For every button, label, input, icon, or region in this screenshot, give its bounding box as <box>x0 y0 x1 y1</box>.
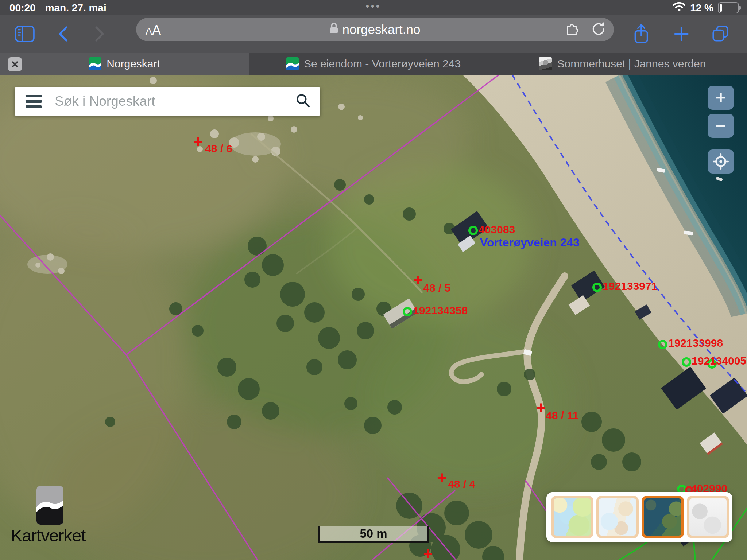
tab-se-eiendom[interactable]: Se eiendom - Vorterøyveien 243 <box>249 53 498 75</box>
tab-title: Norgeskart <box>107 58 160 70</box>
zoom-in-button[interactable]: + <box>708 86 734 110</box>
layer-thumb-aerial-photo[interactable] <box>642 496 684 538</box>
zoom-out-button[interactable]: − <box>708 114 734 138</box>
search-input[interactable] <box>54 93 295 109</box>
battery-icon <box>718 2 739 13</box>
building-id-label: 192133998 <box>668 337 723 349</box>
kartverket-wordmark: Kartverket <box>11 525 85 545</box>
tab-title: Se eiendom - Vorterøyveien 243 <box>304 58 461 70</box>
parcel-label: 48 / 4 <box>448 478 475 490</box>
forward-button[interactable] <box>90 15 109 53</box>
tab-title: Sommerhuset | Jannes verden <box>557 58 706 70</box>
extensions-icon[interactable] <box>563 20 580 39</box>
url-text: norgeskart.no <box>342 22 420 37</box>
address-bar[interactable]: AA norgeskart.no <box>136 18 614 41</box>
layer-switcher-panel <box>546 492 732 542</box>
reload-button[interactable] <box>590 20 607 39</box>
building-point-icon <box>592 283 602 292</box>
parcel-plus-icon: + <box>423 548 433 559</box>
building-point-icon <box>403 307 412 316</box>
parcel-label: 48 / 5 <box>423 282 450 294</box>
menu-icon[interactable] <box>26 95 42 108</box>
sidebar-toggle-button[interactable] <box>14 15 36 53</box>
building-point-icon <box>682 357 691 367</box>
parcel-label: 48 / 6 <box>205 143 232 155</box>
layer-thumb-land-map[interactable] <box>551 496 593 538</box>
back-button[interactable] <box>54 15 72 53</box>
browser-toolbar: AA norgeskart.no <box>0 15 747 53</box>
layer-thumb-topo-map[interactable] <box>596 496 639 538</box>
multitask-dots-icon[interactable]: ••• <box>0 1 747 12</box>
locate-me-button[interactable] <box>708 149 734 174</box>
building-point-icon <box>468 226 478 235</box>
aerial-map-canvas[interactable] <box>0 75 747 560</box>
status-bar: 00:20 man. 27. mai ••• 12 % <box>0 0 747 15</box>
wifi-icon <box>673 1 686 14</box>
close-tab-button[interactable] <box>8 57 22 71</box>
lock-icon <box>329 22 338 37</box>
tab-norgeskart[interactable]: Norgeskart <box>0 53 249 75</box>
tab-overview-button[interactable] <box>709 15 732 53</box>
new-tab-button[interactable] <box>670 15 692 53</box>
tab-bar: Norgeskart Se eiendom - Vorterøyveien 24… <box>0 53 747 75</box>
building-id-label: 192134358 <box>413 304 468 317</box>
building-point-icon <box>658 340 667 349</box>
parcel-plus-icon: + <box>536 402 546 413</box>
map-area: + − + 48 / 6 + 48 / 5 + 48 / 11 + 48 / 4… <box>0 75 747 560</box>
scale-bar: 50 m <box>318 526 429 543</box>
layer-thumb-grayscale-map[interactable] <box>687 496 729 538</box>
tab-sommerhuset[interactable]: Sommerhuset | Jannes verden <box>498 53 747 75</box>
parcel-plus-icon: + <box>437 472 447 483</box>
battery-percent: 12 % <box>690 2 713 14</box>
share-button[interactable] <box>630 15 652 53</box>
parcel-plus-icon: + <box>413 275 423 285</box>
parcel-plus-icon: + <box>193 136 203 147</box>
map-search-box[interactable] <box>15 87 320 116</box>
kartverket-logo-icon <box>36 486 63 526</box>
parcel-label: 48 / 11 <box>546 409 578 422</box>
building-id-label: 192134005 <box>692 355 746 367</box>
kartverket-favicon-icon <box>286 57 299 70</box>
search-icon[interactable] <box>295 93 311 110</box>
building-id-label: 403083 <box>479 223 515 236</box>
ipad-screen: 00:20 man. 27. mai ••• 12 % <box>0 0 747 560</box>
address-label: Vorterøyveien 243 <box>480 236 580 249</box>
kartverket-favicon-icon <box>89 57 101 70</box>
building-id-label: 192133971 <box>603 280 657 292</box>
portrait-favicon-icon <box>539 57 552 70</box>
scale-label: 50 m <box>360 527 387 541</box>
